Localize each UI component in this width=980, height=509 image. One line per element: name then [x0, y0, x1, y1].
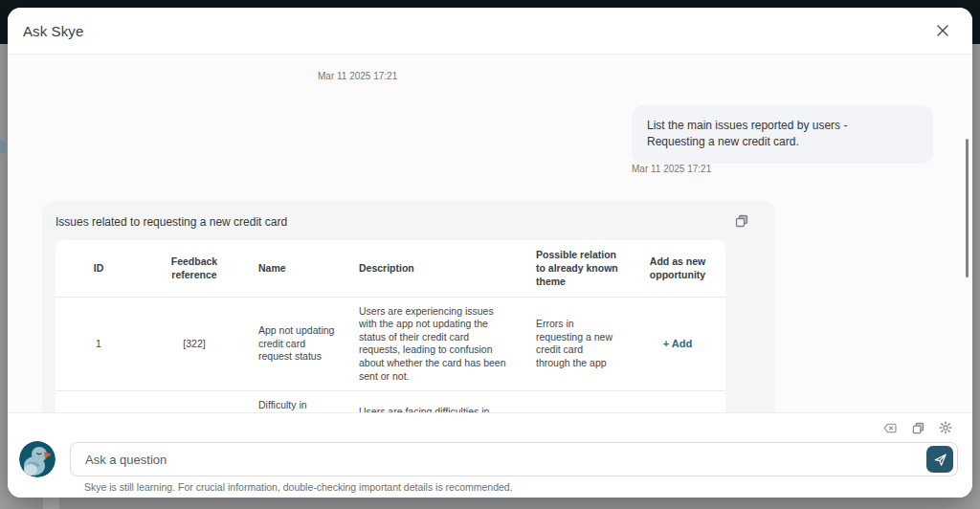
close-icon — [936, 24, 949, 37]
column-header-name: Name — [247, 240, 347, 297]
issues-table: ID Feedback reference Name Description P… — [56, 240, 725, 412]
backspace-icon — [883, 423, 897, 433]
cell-name: Difficulty in confirming delivery addres… — [247, 391, 347, 412]
cell-description: Users are facing difficulties in confirm… — [347, 391, 524, 412]
cell-description: Users are experiencing issues with the a… — [347, 297, 524, 391]
table-row: 1 [322] App not updating credit card req… — [56, 297, 725, 391]
message-timestamp: Mar 11 2025 17:21 — [318, 71, 397, 81]
cell-name: App not updating credit card request sta… — [247, 297, 347, 391]
user-message-bubble: List the main issues reported by users -… — [632, 105, 933, 164]
question-input[interactable] — [71, 443, 957, 476]
send-button[interactable] — [926, 446, 953, 473]
column-header-feedback-reference: Feedback reference — [142, 240, 247, 297]
chat-scrollbar[interactable] — [966, 139, 969, 277]
cell-relation: New credit cards sent to incorrect addre… — [524, 391, 630, 412]
clear-conversation-button[interactable] — [883, 421, 897, 434]
column-header-description: Description — [347, 240, 524, 297]
answer-card: Issues related to requesting a new credi… — [42, 201, 775, 412]
settings-button[interactable] — [939, 421, 952, 434]
cell-id: 2 — [56, 391, 142, 412]
send-plane-icon — [932, 452, 948, 468]
copy-icon — [912, 422, 924, 434]
backdrop-patch — [43, 498, 59, 509]
add-opportunity-button[interactable]: + Add — [663, 338, 692, 349]
column-header-add-opportunity: Add as new opportunity — [630, 240, 725, 297]
bird-avatar-icon — [19, 441, 56, 477]
copy-icon — [735, 214, 750, 228]
cell-id: 1 — [56, 297, 142, 391]
table-row: 2 [298] Difficulty in confirming deliver… — [56, 391, 725, 412]
table-header-row: ID Feedback reference Name Description P… — [56, 240, 725, 297]
cell-feedback-reference: [298] — [142, 391, 247, 412]
dialog-header: Ask Skye — [8, 8, 972, 55]
gear-icon — [939, 421, 952, 434]
close-button[interactable] — [932, 20, 953, 41]
disclaimer-text: Skye is still learning. For crucial info… — [84, 481, 513, 493]
backdrop-peek-element — [0, 140, 6, 154]
answer-card-title: Issues related to requesting a new credi… — [56, 213, 287, 229]
cell-relation: Errors in requesting a new credit card t… — [524, 297, 630, 391]
column-header-id: ID — [56, 240, 142, 297]
ask-skye-dialog: Ask Skye Mar 11 2025 17:21 List the main… — [8, 8, 972, 498]
skye-avatar — [19, 441, 56, 477]
user-message-timestamp: Mar 11 2025 17:21 — [632, 164, 711, 174]
dialog-title: Ask Skye — [23, 23, 83, 39]
question-input-container — [70, 442, 958, 476]
chat-scroll-area[interactable]: Mar 11 2025 17:21 List the main issues r… — [8, 55, 972, 412]
composer-panel: Skye is still learning. For crucial info… — [8, 412, 972, 498]
column-header-relation: Possible relation to already known theme — [524, 240, 630, 297]
copy-conversation-button[interactable] — [911, 421, 924, 434]
copy-answer-button[interactable] — [735, 213, 750, 229]
cell-feedback-reference: [322] — [142, 297, 247, 391]
